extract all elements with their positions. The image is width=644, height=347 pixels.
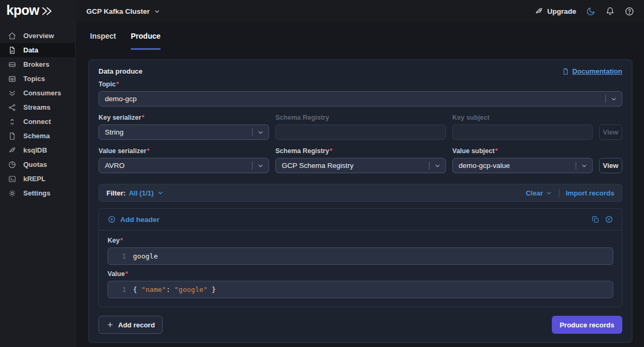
sidebar-item-label: Data bbox=[23, 46, 38, 54]
value-schema-registry-value: GCP Schema Registry bbox=[282, 162, 354, 170]
help-icon[interactable] bbox=[624, 6, 634, 16]
clear-label: Clear bbox=[526, 189, 543, 197]
import-records-button[interactable]: Import records bbox=[566, 189, 614, 197]
record-key-editor[interactable]: 1 google bbox=[108, 247, 613, 265]
required-marker: * bbox=[142, 114, 145, 121]
sidebar-item-label: kREPL bbox=[23, 175, 46, 183]
main-content: Inspect Produce Data produce Documentati… bbox=[76, 22, 644, 347]
value-subject-select[interactable]: demo-gcp-value bbox=[452, 158, 593, 173]
sidebar-item-schema[interactable]: Schema bbox=[0, 129, 75, 143]
required-marker: * bbox=[495, 147, 498, 155]
topic-field: Topic* demo-gcp bbox=[99, 81, 622, 106]
notifications-bell-icon[interactable] bbox=[605, 6, 615, 16]
home-icon bbox=[8, 32, 16, 40]
key-subject-field: Key subject bbox=[452, 114, 593, 140]
key-schema-registry-label: Schema Registry bbox=[275, 114, 446, 121]
line-number: 1 bbox=[108, 252, 126, 260]
sidebar-item-consumers[interactable]: Consumers bbox=[0, 86, 75, 100]
topic-label: Topic* bbox=[99, 81, 622, 88]
rocket-icon bbox=[534, 7, 543, 16]
key-serializer-label: Key serializer* bbox=[99, 114, 269, 121]
sidebar-item-data[interactable]: Data bbox=[0, 43, 75, 57]
value-subject-label: Value subject* bbox=[452, 147, 593, 155]
sidebar-item-label: Topics bbox=[23, 75, 45, 83]
value-schema-registry-label: Schema Registry* bbox=[275, 147, 446, 155]
sidebar: Overview Data Brokers Topics Consumers S… bbox=[0, 22, 76, 347]
divider bbox=[559, 189, 559, 197]
sidebar-item-krepl[interactable]: kREPL bbox=[0, 172, 75, 186]
gear-icon bbox=[8, 189, 16, 198]
sidebar-item-label: ksqlDB bbox=[23, 146, 47, 154]
duplicate-record-icon[interactable] bbox=[592, 216, 600, 224]
value-serializer-value: AVRO bbox=[105, 162, 124, 170]
cluster-selector-label: GCP Kafka Cluster bbox=[86, 7, 150, 15]
upgrade-button[interactable]: Upgrade bbox=[534, 7, 576, 16]
sidebar-item-label: Brokers bbox=[23, 60, 49, 68]
record-toolbar: Add header bbox=[99, 209, 622, 230]
sidebar-item-quotas[interactable]: Quotas bbox=[0, 157, 75, 172]
record-key-code: google bbox=[126, 252, 158, 260]
sidebar-item-ksqldb[interactable]: ksqlDB bbox=[0, 143, 75, 157]
tab-inspect[interactable]: Inspect bbox=[90, 32, 116, 50]
topbar: kpow GCP Kafka Cluster Upgrade bbox=[0, 0, 644, 22]
sidebar-item-label: Connect bbox=[23, 118, 51, 126]
panel-footer: Add record Produce records bbox=[99, 316, 622, 334]
remove-record-icon[interactable] bbox=[605, 215, 613, 224]
upgrade-label: Upgrade bbox=[547, 7, 576, 15]
chevron-down-icon bbox=[605, 92, 622, 106]
topbar-actions: Upgrade bbox=[534, 6, 634, 16]
file-text-icon bbox=[8, 46, 16, 55]
pie-chart-icon bbox=[8, 161, 16, 169]
tab-produce[interactable]: Produce bbox=[131, 32, 160, 50]
key-serializer-value: String bbox=[105, 128, 123, 136]
key-serializer-field: Key serializer* String bbox=[99, 114, 269, 140]
table-icon bbox=[8, 75, 16, 83]
value-serializer-row: Value serializer* AVRO Schema Regi bbox=[99, 147, 622, 173]
add-record-label: Add record bbox=[118, 321, 155, 329]
clear-button[interactable]: Clear bbox=[526, 189, 553, 197]
topbar-main: GCP Kafka Cluster Upgrade bbox=[76, 0, 644, 22]
cluster-selector[interactable]: GCP Kafka Cluster bbox=[85, 7, 160, 15]
value-subject-view-button[interactable]: View bbox=[599, 158, 622, 173]
documentation-link[interactable]: Documentation bbox=[562, 67, 622, 75]
line-number: 1 bbox=[108, 286, 126, 293]
chevron-down-icon bbox=[252, 125, 269, 139]
value-subject-value: demo-gcp-value bbox=[459, 162, 510, 170]
produce-records-button[interactable]: Produce records bbox=[552, 316, 622, 334]
sidebar-item-brokers[interactable]: Brokers bbox=[0, 57, 75, 72]
add-record-button[interactable]: Add record bbox=[99, 316, 163, 334]
chevron-down-icon bbox=[576, 158, 592, 173]
record-key-field: Key* 1 google bbox=[108, 237, 613, 265]
record-value-editor[interactable]: 1 { "name": "google" } bbox=[108, 281, 613, 298]
panel-header: Data produce Documentation bbox=[99, 67, 622, 75]
required-marker: * bbox=[147, 147, 149, 155]
kpow-logo[interactable]: kpow bbox=[0, 4, 76, 19]
documentation-label: Documentation bbox=[572, 67, 622, 75]
value-schema-registry-select[interactable]: GCP Schema Registry bbox=[275, 158, 446, 173]
sidebar-item-connect[interactable]: Connect bbox=[0, 114, 75, 129]
chevron-down-icon bbox=[252, 158, 269, 173]
required-marker: * bbox=[126, 270, 128, 278]
sidebar-item-topics[interactable]: Topics bbox=[0, 72, 75, 86]
topic-select[interactable]: demo-gcp bbox=[99, 91, 622, 106]
sidebar-item-overview[interactable]: Overview bbox=[0, 29, 75, 43]
record-actions bbox=[592, 215, 613, 224]
data-produce-panel: Data produce Documentation Topic* demo-g… bbox=[88, 59, 632, 343]
record-value-field: Value* 1 { "name": "google" } bbox=[108, 270, 613, 298]
key-schema-registry-field: Schema Registry bbox=[275, 114, 446, 140]
topic-select-value: demo-gcp bbox=[105, 95, 137, 103]
terminal-icon bbox=[8, 175, 16, 183]
add-header-label: Add header bbox=[120, 216, 159, 224]
sidebar-item-streams[interactable]: Streams bbox=[0, 100, 75, 114]
page-title: Data produce bbox=[99, 67, 142, 75]
rocket-icon bbox=[8, 146, 16, 155]
key-serializer-select[interactable]: String bbox=[99, 124, 269, 140]
theme-toggle-moon-icon[interactable] bbox=[586, 6, 596, 16]
sidebar-item-settings[interactable]: Settings bbox=[0, 186, 75, 200]
key-subject-view-button: View bbox=[599, 124, 622, 140]
filter-dropdown[interactable]: Filter: All (1/1) bbox=[106, 189, 164, 197]
value-serializer-select[interactable]: AVRO bbox=[99, 158, 269, 173]
kpow-logo-chevrons-icon bbox=[40, 5, 53, 17]
add-header-button[interactable]: Add header bbox=[108, 215, 159, 224]
value-serializer-label: Value serializer* bbox=[99, 147, 269, 155]
